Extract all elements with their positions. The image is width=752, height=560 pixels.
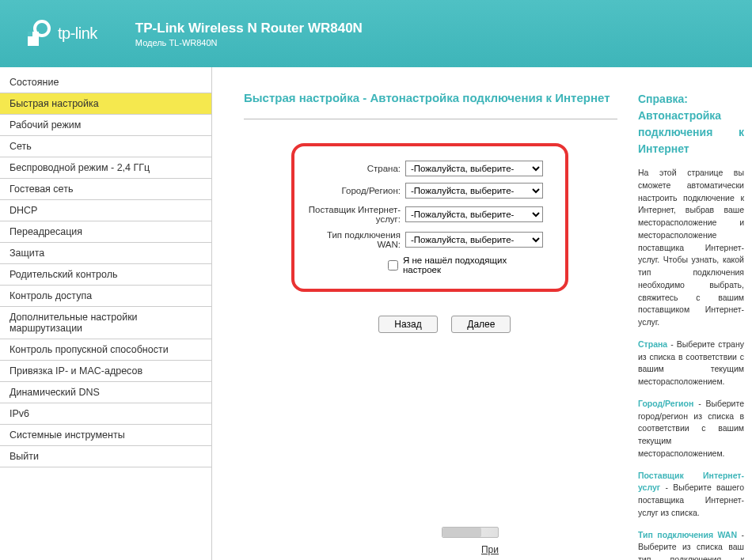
help-isp: Поставщик Интернет-услуг - Выберите ваше… — [638, 470, 744, 520]
city-label: Город/Регион: — [302, 186, 405, 195]
isp-select[interactable]: -Пожалуйста, выберите- — [405, 206, 543, 222]
wan-select[interactable]: -Пожалуйста, выберите- — [405, 232, 543, 248]
sidebar-item-14[interactable]: Динамический DNS — [0, 382, 211, 403]
country-select[interactable]: -Пожалуйста, выберите- — [405, 161, 543, 176]
not-found-label: Я не нашёл подходящих настроек — [403, 255, 543, 274]
sidebar-item-16[interactable]: Системные инструменты — [0, 425, 211, 446]
help-wan: Тип подключения WAN - Выберите из списка… — [638, 529, 744, 561]
product-title: TP-Link Wireless N Router WR840N — [135, 21, 363, 36]
tplink-logo-icon — [20, 17, 53, 51]
svg-rect-2 — [28, 32, 32, 36]
sidebar-item-13[interactable]: Привязка IP- и MAC-адресов — [0, 361, 211, 382]
autoconfig-form: Страна: -Пожалуйста, выберите- Город/Рег… — [291, 143, 568, 292]
logo: tp-link — [20, 17, 97, 51]
sidebar-item-8[interactable]: Защита — [0, 243, 211, 264]
sidebar-item-5[interactable]: Гостевая сеть — [0, 179, 211, 200]
isp-label: Поставщик Интернет-услуг: — [302, 205, 405, 224]
sidebar-item-6[interactable]: DHCP — [0, 200, 211, 221]
sidebar: СостояниеБыстрая настройкаРабочий режимС… — [0, 67, 212, 560]
help-country: Страна - Выберите страну из списка в соо… — [638, 339, 744, 388]
sidebar-item-1[interactable]: Быстрая настройка — [0, 93, 211, 115]
sidebar-item-3[interactable]: Сеть — [0, 136, 211, 157]
wan-label: Тип подключения WAN: — [302, 230, 405, 249]
divider — [244, 119, 617, 119]
sidebar-item-0[interactable]: Состояние — [0, 72, 211, 93]
header-title-block: TP-Link Wireless N Router WR840N Модель … — [135, 21, 363, 47]
help-city: Город/Регион - Выберите город/регион из … — [638, 398, 744, 460]
sidebar-item-2[interactable]: Рабочий режим — [0, 115, 211, 136]
next-button[interactable]: Далее — [451, 316, 511, 333]
city-select[interactable]: -Пожалуйста, выберите- — [405, 183, 543, 199]
horizontal-scrollbar[interactable] — [442, 527, 499, 538]
sidebar-item-12[interactable]: Контроль пропускной способности — [0, 339, 211, 361]
main-content: Быстрая настройка - Автонастройка подклю… — [212, 67, 633, 560]
sidebar-item-17[interactable]: Выйти — [0, 446, 211, 467]
page-title: Быстрая настройка - Автонастройка подклю… — [244, 91, 617, 111]
help-intro: На этой странице вы сможете автоматическ… — [638, 167, 744, 329]
footer-link[interactable]: При — [481, 544, 499, 555]
brand-text: tp-link — [58, 25, 97, 43]
back-button[interactable]: Назад — [378, 316, 438, 333]
help-title: Справка: Автонастройка подключения к Инт… — [638, 91, 744, 157]
sidebar-item-11[interactable]: Дополнительные настройки маршрутизации — [0, 307, 211, 339]
country-label: Страна: — [302, 164, 405, 173]
product-subtitle: Модель TL-WR840N — [135, 38, 363, 47]
sidebar-item-7[interactable]: Переадресация — [0, 221, 211, 243]
sidebar-item-4[interactable]: Беспроводной режим - 2,4 ГГц — [0, 157, 211, 179]
sidebar-item-10[interactable]: Контроль доступа — [0, 286, 211, 307]
sidebar-item-15[interactable]: IPv6 — [0, 403, 211, 425]
header: tp-link TP-Link Wireless N Router WR840N… — [0, 0, 752, 67]
sidebar-item-9[interactable]: Родительский контроль — [0, 264, 211, 286]
help-panel: Справка: Автонастройка подключения к Инт… — [633, 67, 752, 560]
scrollbar-thumb[interactable] — [442, 528, 481, 537]
button-row: Назад Далее — [378, 316, 617, 333]
not-found-checkbox[interactable] — [388, 260, 398, 271]
